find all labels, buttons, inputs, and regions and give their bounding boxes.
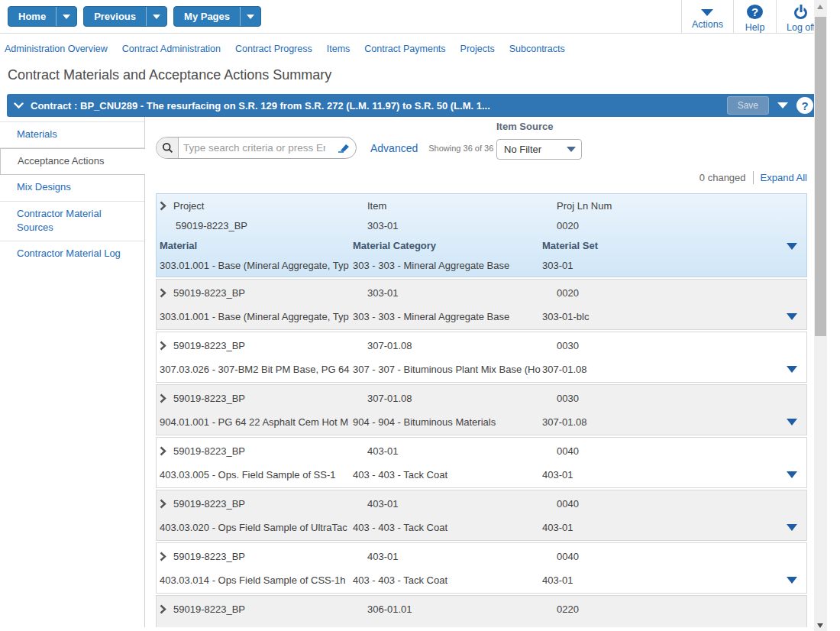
item-source-value: No Filter	[497, 144, 561, 155]
proj-ln-num-value: 0020	[542, 287, 773, 299]
material-category-value: 403 - 403 - Tack Coat	[353, 574, 542, 586]
project-value: 59019-8223_BP	[173, 498, 245, 510]
contract-header-bar[interactable]: Contract : BP_CNU289 - The resurfacing o…	[7, 94, 820, 117]
sidebar-item-mix-designs[interactable]: Mix Designs	[0, 175, 144, 201]
item-value: 403-01	[353, 445, 542, 457]
actions-menu-button[interactable]: Actions	[681, 0, 733, 33]
actions-label: Actions	[692, 19, 723, 30]
material-category-value: 904 - 904 - Bituminous Materials	[353, 416, 542, 428]
search-input[interactable]	[179, 138, 330, 158]
sidebar-item-acceptance-actions[interactable]: Acceptance Actions	[0, 148, 145, 175]
table-row[interactable]: 59019-8223_BP 403-01 0040 403.03.020 - O…	[156, 490, 807, 541]
chevron-down-icon[interactable]	[14, 102, 24, 109]
list-controls: 0 changed Expand All	[156, 171, 807, 184]
expand-row-icon[interactable]	[160, 446, 166, 456]
expand-row-icon[interactable]	[160, 341, 166, 351]
chevron-down-icon[interactable]	[561, 147, 581, 152]
scroll-up-icon[interactable]	[817, 5, 823, 9]
content-area: Materials Acceptance Actions Mix Designs…	[0, 117, 827, 627]
material-value: 904.01.001 - PG 64 22 Asphalt Cem Hot M	[160, 416, 353, 428]
item-source-select[interactable]: No Filter	[496, 139, 582, 160]
nav-link-projects[interactable]: Projects	[460, 44, 495, 54]
scrollbar-thumb[interactable]	[815, 17, 826, 336]
search-toolbar: Advanced Showing 36 of 36	[156, 137, 827, 159]
row-actions-icon[interactable]	[787, 577, 797, 584]
proj-ln-num-value: 0040	[542, 551, 773, 562]
material-category-value: 303 - 303 - Mineral Aggregate Base	[353, 311, 542, 322]
material-value: 403.03.020 - Ops Field Sample of UltraTa…	[160, 522, 353, 533]
item-value: 307-01.08	[353, 393, 542, 404]
nav-link-contract-payments[interactable]: Contract Payments	[364, 44, 445, 54]
actions-dropdown-icon	[701, 9, 713, 16]
sidebar-item-contractor-material-log[interactable]: Contractor Material Log	[0, 241, 144, 267]
sidebar-tab-list: Materials Acceptance Actions Mix Designs…	[0, 121, 144, 267]
divider	[753, 171, 754, 184]
nav-link-subcontracts[interactable]: Subcontracts	[509, 44, 565, 54]
expand-row-icon[interactable]	[160, 604, 166, 614]
utility-menu: Actions ? Help Log off	[681, 0, 825, 33]
table-row[interactable]: 59019-8223_BP 307-01.08 0030 904.01.001 …	[156, 384, 807, 435]
previous-dropdown-button[interactable]	[146, 7, 166, 26]
expand-row-icon[interactable]	[160, 393, 166, 403]
row-actions-icon[interactable]	[787, 471, 797, 478]
table-rows: 59019-8223_BP 303-01 0020 303.01.001 - B…	[156, 279, 807, 627]
proj-ln-num-value: 0220	[542, 603, 773, 615]
nav-button-group: Home Previous My Pages	[0, 0, 261, 33]
help-button[interactable]: ? Help	[733, 0, 776, 33]
table-row[interactable]: 59019-8223_BP 403-01 0040 403.03.005 - O…	[156, 437, 807, 488]
home-button[interactable]: Home	[8, 6, 77, 27]
expand-row-icon[interactable]	[160, 201, 166, 211]
vertical-scrollbar[interactable]	[814, 0, 827, 631]
nav-link-contract-progress[interactable]: Contract Progress	[235, 44, 312, 54]
sidebar-item-materials[interactable]: Materials	[0, 122, 144, 148]
chevron-down-icon	[153, 15, 160, 19]
my-pages-dropdown-button[interactable]	[240, 7, 260, 26]
item-value: 303-01	[353, 287, 542, 299]
table-row[interactable]: 59019-8223_BP 307-01.08 0030 307.03.026 …	[156, 332, 807, 383]
previous-button[interactable]: Previous	[83, 6, 167, 27]
contract-help-icon[interactable]: ?	[796, 97, 813, 114]
scroll-down-icon[interactable]	[817, 623, 823, 628]
table-row[interactable]: Project Item Proj Ln Num 59019-8223_BP 3…	[156, 193, 807, 277]
main-panel: Advanced Showing 36 of 36 Item Source No…	[145, 117, 827, 627]
materials-table: Project Item Proj Ln Num 59019-8223_BP 3…	[156, 193, 807, 627]
item-value: 306-01.01	[353, 603, 542, 615]
log-off-label: Log off	[787, 22, 816, 33]
home-button-label: Home	[8, 7, 56, 26]
table-row[interactable]: 59019-8223_BP 403-01 0040 403.03.014 - O…	[156, 542, 807, 594]
material-set-value: 303-01	[542, 260, 773, 271]
save-button[interactable]: Save	[727, 96, 769, 115]
row-actions-icon[interactable]	[787, 313, 797, 320]
nav-link-contract-administration[interactable]: Contract Administration	[122, 44, 221, 54]
row-actions-icon[interactable]	[787, 419, 797, 426]
home-dropdown-button[interactable]	[56, 7, 76, 26]
nav-link-administration-overview[interactable]: Administration Overview	[5, 44, 108, 54]
eraser-icon[interactable]	[330, 138, 356, 158]
column-label-material-set: Material Set	[542, 240, 773, 251]
my-pages-button[interactable]: My Pages	[173, 6, 261, 27]
breadcrumb: Administration Overview Contract Adminis…	[0, 34, 827, 54]
power-icon	[794, 7, 807, 19]
table-row[interactable]: 59019-8223_BP 303-01 0020 303.01.001 - B…	[156, 279, 807, 330]
material-value: 303.01.001 - Base (Mineral Aggregate, Ty…	[160, 260, 353, 271]
nav-link-items[interactable]: Items	[327, 44, 351, 54]
expand-row-icon[interactable]	[160, 288, 166, 298]
advanced-link[interactable]: Advanced	[370, 142, 418, 154]
material-category-value: 403 - 403 - Tack Coat	[353, 522, 542, 533]
proj-ln-num-value: 0040	[542, 445, 773, 457]
table-row[interactable]: 59019-8223_BP 306-01.01 0220	[156, 595, 807, 627]
row-actions-icon[interactable]	[787, 524, 797, 531]
search-box	[156, 137, 357, 159]
expand-all-link[interactable]: Expand All	[761, 172, 807, 183]
expand-row-icon[interactable]	[160, 499, 166, 509]
item-source-group: Item Source No Filter	[496, 121, 582, 160]
row-actions-icon[interactable]	[787, 366, 797, 373]
expand-row-icon[interactable]	[160, 552, 166, 561]
row-actions-icon[interactable]	[787, 243, 797, 250]
sidebar-item-contractor-material-sources[interactable]: Contractor Material Sources	[0, 202, 144, 241]
previous-button-label: Previous	[84, 7, 146, 26]
save-dropdown-icon[interactable]	[777, 102, 788, 108]
sidebar: Materials Acceptance Actions Mix Designs…	[0, 117, 145, 627]
project-value: 59019-8223_BP	[173, 445, 245, 457]
material-set-value: 403-01	[542, 522, 773, 533]
